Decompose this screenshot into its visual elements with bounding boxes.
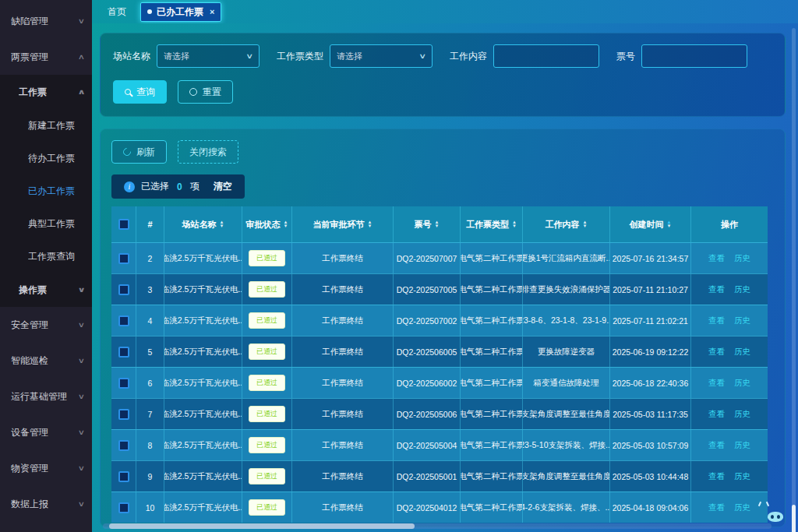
selection-prefix: 已选择 [141,180,169,193]
chevron-icon: ∨ [78,393,85,400]
cell-actions: 查看历史 [691,430,768,460]
col-header-7[interactable]: 工作内容▲▼ [523,206,610,242]
history-link[interactable]: 历史 [734,284,750,295]
view-link[interactable]: 查看 [708,440,725,451]
search-button-row: 查询 重置 [113,80,772,104]
history-link[interactable]: 历史 [734,253,750,264]
view-link[interactable]: 查看 [708,284,725,295]
main-area: 首页 已办工作票 × 场站名称 请选择 ∨ [92,0,798,532]
col-header-6[interactable]: 工作票类型▲▼ [461,206,523,242]
cell-ticket-no: DQ2-202504012 [394,492,461,523]
col-label: 创建时间 [630,219,664,231]
row-checkbox[interactable] [118,409,129,420]
cell-created-time: 2025-05-03 11:17:35 [610,399,691,429]
view-link[interactable]: 查看 [708,253,725,264]
work-content-input[interactable] [493,44,599,68]
ticket-no-input[interactable] [641,44,747,68]
cell-work-content: 箱变通信故障处理 [523,368,610,398]
clear-selection-link[interactable]: 清空 [214,180,232,193]
row-checkbox[interactable] [118,347,129,358]
history-link[interactable]: 历史 [734,378,750,389]
vertical-scrollbar[interactable] [792,28,796,532]
status-badge: 已通过 [249,344,285,360]
history-link[interactable]: 历史 [734,471,750,482]
chevron-icon: ∨ [78,17,85,25]
view-link[interactable]: 查看 [708,378,725,389]
sidebar-item-4[interactable]: 待办工作票 [0,142,92,174]
cell-approval-status: 已通过 [242,492,292,523]
sidebar-item-8[interactable]: 操作票 ∨ [0,273,92,307]
sidebar-item-9[interactable]: 安全管理 ∨ [0,307,92,343]
close-search-button[interactable]: 关闭搜索 [178,140,238,164]
row-checkbox[interactable] [118,253,129,264]
sidebar-item-2[interactable]: 工作票 ∧ [0,75,92,109]
history-link[interactable]: 历史 [734,440,750,451]
sidebar-item-5[interactable]: 已办工作票 [0,174,92,207]
view-link[interactable]: 查看 [708,315,725,326]
cell-approval-step: 工作票终结 [292,368,394,398]
row-checkbox[interactable] [118,471,129,482]
refresh-button[interactable]: 刷新 [111,140,167,164]
ticket-type-select[interactable]: 请选择 ∨ [330,44,433,68]
history-link[interactable]: 历史 [734,502,750,513]
reset-button[interactable]: 重置 [178,80,233,104]
sort-icon[interactable]: ▲▼ [220,220,224,228]
cell-approval-step: 工作票终结 [292,336,394,367]
horizontal-scrollbar[interactable] [103,523,772,529]
sidebar-item-11[interactable]: 运行基础管理 ∨ [0,379,92,414]
select-all-checkbox[interactable] [118,219,129,230]
row-checkbox[interactable] [118,378,129,389]
row-checkbox[interactable] [118,440,129,451]
col-header-3[interactable]: 审批状态▲▼ [242,206,292,242]
sort-icon[interactable]: ▲▼ [284,220,288,228]
cell-ticket-no: DQ2-202507002 [394,305,461,336]
col-header-5[interactable]: 票号▲▼ [394,206,461,242]
history-link[interactable]: 历史 [734,347,750,358]
table-header-row: #场站名称▲▼审批状态▲▼当前审批环节▲▼票号▲▼工作票类型▲▼工作内容▲▼创建… [111,206,768,242]
sidebar-item-13[interactable]: 物资管理 ∨ [0,450,92,486]
field-station-name: 场站名称 请选择 ∨ [113,44,260,68]
cell-work-content: 支架角度调整至最佳角度 [523,461,610,491]
history-link[interactable]: 历史 [734,409,750,420]
sort-icon[interactable]: ▲▼ [667,220,672,228]
col-label: # [147,220,152,229]
view-link[interactable]: 查看 [708,347,725,358]
station-name-select[interactable]: 请选择 ∨ [157,44,260,68]
horizontal-scrollbar-thumb[interactable] [109,523,415,529]
robot-eye [777,515,780,519]
sort-icon[interactable]: ▲▼ [512,220,517,228]
assistant-robot-icon[interactable] [764,506,793,532]
cell-ticket-no: DQ2-202507007 [394,243,461,273]
sidebar-item-10[interactable]: 智能巡检 ∨ [0,343,92,379]
row-checkbox[interactable] [118,315,129,326]
sidebar-item-3[interactable]: 新建工作票 [0,109,92,142]
tab-home[interactable]: 首页 [98,2,136,22]
view-link[interactable]: 查看 [708,502,725,513]
sidebar-item-0[interactable]: 缺陷管理 ∨ [0,3,92,39]
tab-close-icon[interactable]: × [210,7,214,16]
sort-icon[interactable]: ▲▼ [583,220,588,228]
col-header-8[interactable]: 创建时间▲▼ [610,206,691,242]
view-link[interactable]: 查看 [708,409,725,420]
col-header-4[interactable]: 当前审批环节▲▼ [292,206,394,242]
row-checkbox[interactable] [118,502,129,513]
cell-ticket-no: DQ2-202506002 [394,368,461,398]
search-panel: 场站名称 请选择 ∨ 工作票类型 请选择 ∨ 工 [100,33,786,117]
chevron-down-icon: ∨ [419,52,427,60]
sort-icon[interactable]: ▲▼ [368,220,373,228]
tab-done-work-tickets[interactable]: 已办工作票 × [140,2,221,22]
view-link[interactable]: 查看 [708,471,725,482]
cell-station-name: 临洮2.5万千瓦光伏电... [164,305,242,336]
row-checkbox[interactable] [118,284,129,295]
sidebar-item-1[interactable]: 两票管理 ∧ [0,39,92,75]
sidebar-item-6[interactable]: 典型工作票 [0,207,92,240]
cell-work-content: 4-2-6支架拆装、焊接、... [523,492,610,523]
sort-icon[interactable]: ▲▼ [435,220,440,228]
sidebar-item-12[interactable]: 设备管理 ∨ [0,414,92,450]
sidebar-item-7[interactable]: 工作票查询 [0,240,92,273]
query-button[interactable]: 查询 [113,80,167,104]
col-header-2[interactable]: 场站名称▲▼ [164,206,242,242]
chevron-down-icon: ∨ [246,52,254,60]
history-link[interactable]: 历史 [734,315,750,326]
sidebar-item-14[interactable]: 数据上报 ∨ [0,486,92,522]
